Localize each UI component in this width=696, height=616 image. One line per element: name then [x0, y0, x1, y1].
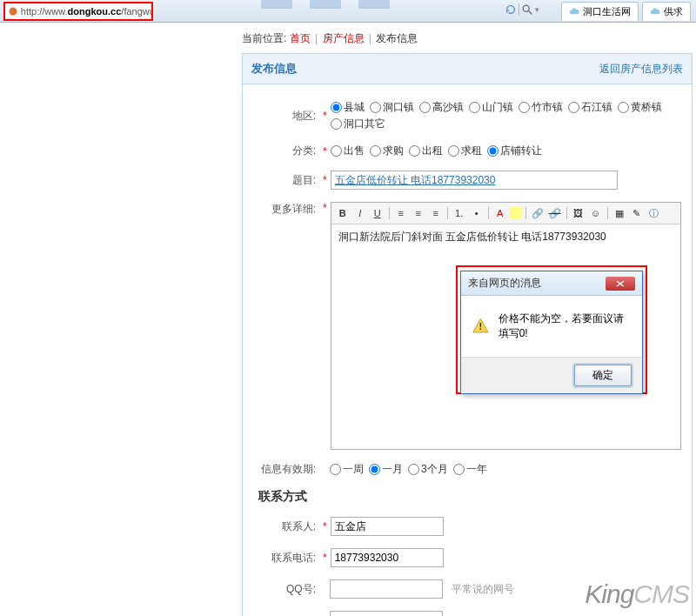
cat-option[interactable]: 店铺转让	[487, 144, 542, 158]
region-radio[interactable]	[331, 118, 342, 130]
emoji-icon[interactable]: ☺	[588, 205, 604, 221]
region-radio[interactable]	[519, 102, 530, 113]
region-label: 地区:	[253, 109, 319, 124]
region-radio[interactable]	[419, 102, 431, 113]
expire-radio[interactable]	[453, 464, 465, 475]
browser-tab-1[interactable]: 洞口生活网	[561, 2, 639, 21]
email-input[interactable]	[330, 611, 443, 616]
dialog-close-button[interactable]	[606, 277, 635, 291]
site-favicon	[8, 5, 18, 17]
link-icon[interactable]: 🔗	[530, 205, 545, 221]
source-icon[interactable]: ✎	[629, 205, 645, 221]
search-controls[interactable]: ▾	[505, 3, 539, 16]
title-label: 题目:	[253, 173, 319, 188]
background-taskbar	[261, 0, 390, 9]
region-radio[interactable]	[469, 102, 480, 113]
cloud-icon	[650, 7, 660, 17]
region-option[interactable]: 洞口镇	[370, 100, 414, 115]
bold-icon[interactable]: B	[335, 205, 351, 221]
breadcrumb-category[interactable]: 房产信息	[323, 32, 365, 44]
cat-option[interactable]: 求购	[370, 144, 404, 158]
table-icon[interactable]: ▦	[612, 205, 627, 221]
region-option[interactable]: 县城	[331, 100, 365, 115]
region-option[interactable]: 山门镇	[469, 100, 513, 115]
bg-color-icon[interactable]	[510, 207, 522, 219]
tab-strip: 洞口生活网 供求	[561, 2, 691, 21]
cat-option[interactable]: 出租	[409, 144, 443, 158]
region-radio[interactable]	[370, 102, 381, 113]
image-icon[interactable]: 🖼	[571, 205, 586, 221]
search-icon[interactable]	[521, 3, 533, 16]
expire-radio[interactable]	[369, 464, 380, 475]
cat-radio[interactable]	[409, 145, 420, 157]
breadcrumb: 当前位置: 首页 | 房产信息 | 发布信息	[242, 28, 696, 50]
dialog-title: 来自网页的消息	[468, 276, 541, 291]
expire-option[interactable]: 一周	[330, 462, 364, 477]
qq-input[interactable]	[330, 579, 443, 599]
region-radio[interactable]	[331, 102, 342, 113]
qq-label: QQ号:	[253, 582, 319, 597]
svg-line-2	[529, 11, 532, 15]
ul-icon[interactable]: •	[469, 205, 485, 221]
region-radio-group: 县城洞口镇高沙镇山门镇竹市镇石江镇黄桥镇洞口其它	[331, 100, 681, 131]
expire-label: 信息有效期:	[253, 462, 319, 477]
browser-tab-2[interactable]: 供求	[642, 2, 691, 21]
refresh-icon[interactable]	[505, 3, 517, 16]
unlink-icon[interactable]: 🔗	[547, 205, 563, 221]
contact-phone-input[interactable]	[331, 548, 444, 567]
region-radio[interactable]	[618, 102, 629, 113]
watermark-logo: KingCMS	[585, 579, 689, 609]
italic-icon[interactable]: I	[352, 205, 368, 221]
region-option[interactable]: 高沙镇	[419, 100, 464, 115]
cat-radio[interactable]	[331, 145, 342, 157]
svg-point-1	[523, 5, 529, 11]
contact-name-label: 联系人:	[253, 519, 319, 534]
breadcrumb-label: 当前位置:	[242, 32, 286, 44]
url-text[interactable]: http://www.dongkou.cc/fangwu/edit/	[21, 6, 151, 17]
contact-phone-label: 联系电话:	[253, 551, 319, 566]
dialog-ok-button[interactable]: 确定	[574, 365, 632, 386]
align-left-icon[interactable]: ≡	[393, 205, 409, 221]
region-option[interactable]: 洞口其它	[331, 117, 385, 131]
cat-radio[interactable]	[448, 145, 459, 157]
font-color-icon[interactable]: A	[492, 205, 508, 221]
cloud-icon	[569, 7, 579, 17]
alert-dialog: 来自网页的消息 ! 价格不能为空，若要面议请填写0! 确定	[460, 271, 643, 394]
back-link[interactable]: 返回房产信息列表	[599, 62, 683, 77]
title-input[interactable]	[331, 171, 618, 190]
region-radio[interactable]	[568, 102, 579, 113]
contact-heading: 联系方式	[258, 489, 681, 505]
cat-option[interactable]: 求租	[448, 144, 482, 158]
about-icon[interactable]: ⓘ	[646, 205, 662, 221]
qq-hint: 平常说的网号	[452, 582, 514, 597]
align-right-icon[interactable]: ≡	[428, 205, 444, 221]
panel-title: 发布信息	[251, 61, 297, 77]
editor-toolbar: B I U ≡ ≡ ≡ 1. • A 🔗	[331, 203, 680, 224]
expire-radio-group: 一周一月3个月一年	[330, 462, 491, 477]
ol-icon[interactable]: 1.	[452, 205, 467, 221]
contact-name-input[interactable]	[331, 517, 444, 536]
expire-option[interactable]: 一月	[369, 462, 403, 477]
align-center-icon[interactable]: ≡	[411, 205, 426, 221]
svg-text:!: !	[478, 321, 482, 331]
tab-label: 洞口生活网	[583, 5, 631, 18]
region-option[interactable]: 竹市镇	[519, 100, 563, 115]
underline-icon[interactable]: U	[370, 205, 385, 221]
expire-option[interactable]: 一年	[453, 462, 487, 477]
region-option[interactable]: 石江镇	[568, 100, 612, 115]
svg-point-0	[9, 7, 17, 15]
expire-radio[interactable]	[330, 464, 341, 475]
cat-option[interactable]: 出售	[331, 144, 365, 158]
category-radio-group: 出售求购出租求租店铺转让	[331, 144, 545, 158]
expire-option[interactable]: 3个月	[408, 462, 448, 477]
cat-radio[interactable]	[487, 145, 499, 157]
category-label: 分类:	[253, 144, 319, 158]
tab-label: 供求	[664, 5, 683, 18]
dialog-message: 价格不能为空，若要面议请填写0!	[499, 311, 632, 341]
region-option[interactable]: 黄桥镇	[618, 100, 662, 115]
url-highlight-box: http://www.dongkou.cc/fangwu/edit/	[3, 2, 153, 21]
expire-radio[interactable]	[408, 464, 419, 475]
breadcrumb-home[interactable]: 首页	[290, 32, 311, 44]
browser-address-bar: http://www.dongkou.cc/fangwu/edit/ ▾ 洞口生…	[0, 0, 696, 23]
cat-radio[interactable]	[370, 145, 381, 157]
